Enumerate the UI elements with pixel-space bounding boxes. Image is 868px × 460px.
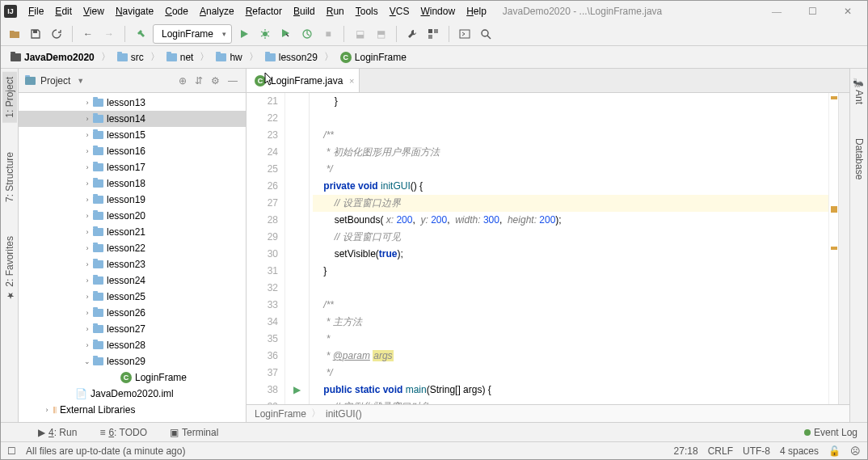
breadcrumb: JavaDemo2020〉src〉net〉hw〉lesson29〉CLoginF… [1, 46, 867, 69]
crumb-method[interactable]: initGUI() [326, 408, 362, 420]
menu-file[interactable]: File [23, 3, 48, 19]
tree-item[interactable]: ›lesson18 [19, 175, 246, 192]
breadcrumb-item[interactable]: JavaDemo2020 [7, 50, 98, 65]
back-icon[interactable]: ← [79, 25, 97, 43]
indent-info[interactable]: 4 spaces [780, 445, 819, 457]
hide-icon[interactable]: — [226, 74, 239, 88]
tree-item[interactable]: ›lesson26 [19, 305, 246, 321]
breadcrumb-item[interactable]: lesson29 [262, 50, 321, 65]
editor-tab[interactable]: C LoginFrame.java × [246, 69, 360, 92]
tree-item[interactable]: ›lesson28 [19, 337, 246, 353]
line-number-gutter: 21222324252627282930313233343536373839 [246, 93, 285, 404]
line-separator[interactable]: CRLF [708, 445, 733, 457]
caret-position[interactable]: 27:18 [674, 445, 698, 457]
tree-item[interactable]: ›lesson17 [19, 159, 246, 175]
menu-edit[interactable]: Edit [50, 3, 77, 19]
coverage-icon[interactable] [277, 25, 295, 43]
save-icon[interactable] [27, 25, 44, 43]
tree-item[interactable]: ›lesson27 [19, 321, 246, 337]
menu-window[interactable]: Window [415, 3, 460, 19]
run-icon[interactable] [235, 25, 253, 43]
tool-terminal-tab[interactable]: ▣ Terminal [166, 425, 221, 440]
tree-item[interactable]: ›⫴External Libraries [19, 402, 246, 418]
event-log-tab[interactable]: Event Log [801, 425, 861, 440]
tool-database-tab[interactable]: Database [852, 133, 866, 184]
breadcrumb-item[interactable]: src [114, 50, 147, 65]
git-commit-icon[interactable]: ⬒ [372, 25, 390, 43]
readonly-icon[interactable]: 🔓 [828, 445, 841, 457]
window-title: JavaDemo2020 - ...\LoginFrame.java [503, 6, 662, 17]
minimize-button[interactable]: — [761, 2, 793, 20]
search-icon[interactable] [477, 25, 495, 43]
open-icon[interactable] [6, 25, 23, 43]
tree-item[interactable]: ›lesson21 [19, 224, 246, 240]
menu-run[interactable]: Run [322, 3, 349, 19]
tool-project-tab[interactable]: 1: Project [2, 72, 17, 123]
marker-strip[interactable] [828, 93, 838, 404]
status-icon[interactable]: ☐ [7, 445, 16, 457]
menu-vcs[interactable]: VCS [385, 3, 415, 19]
menu-code[interactable]: Code [160, 3, 193, 19]
tree-item[interactable]: ›lesson23 [19, 256, 246, 272]
breadcrumb-item[interactable]: net [163, 50, 197, 65]
tree-item[interactable]: ›lesson14 [19, 111, 246, 127]
tree-item[interactable]: ›lesson24 [19, 272, 246, 289]
locate-icon[interactable]: ⊕ [177, 74, 188, 88]
tool-favorites-tab[interactable]: ★ 2: Favorites [2, 231, 17, 306]
stop-icon[interactable]: ■ [319, 25, 337, 43]
build-icon[interactable] [132, 25, 150, 43]
project-tree[interactable]: ›lesson13›lesson14›lesson15›lesson16›les… [19, 93, 246, 422]
tree-item[interactable]: ›lesson16 [19, 143, 246, 159]
code-lines[interactable]: } /** * 初始化图形用户界面方法 */ private void init… [310, 93, 828, 404]
tree-item[interactable]: ›lesson20 [19, 208, 246, 224]
breadcrumb-item[interactable]: hw [213, 50, 245, 65]
wrench-icon[interactable] [403, 25, 421, 43]
menu-build[interactable]: Build [289, 3, 320, 19]
menu-navigate[interactable]: Navigate [111, 3, 158, 19]
crumb-class[interactable]: LoginFrame [255, 408, 306, 420]
tool-structure-tab[interactable]: 7: Structure [2, 147, 17, 207]
tree-item[interactable]: 📄JavaDemo2020.iml [19, 386, 246, 402]
tool-run-tab[interactable]: ▶ 4: Run [35, 425, 80, 440]
menu-view[interactable]: View [78, 3, 109, 19]
structure-icon[interactable] [424, 25, 442, 43]
right-tool-stripe: 🐜 Ant Database [849, 69, 867, 422]
project-panel-header: Project ▼ ⊕ ⇵ ⚙ — [19, 69, 246, 93]
window-controls: — ☐ ✕ [761, 2, 864, 20]
debug-icon[interactable] [256, 25, 274, 43]
close-button[interactable]: ✕ [832, 2, 864, 20]
menu-analyze[interactable]: Analyze [195, 3, 239, 19]
code-area[interactable]: 21222324252627282930313233343536373839 ▶… [246, 93, 849, 404]
tree-item[interactable]: ›lesson22 [19, 240, 246, 256]
gear-icon[interactable]: ⚙ [209, 74, 221, 88]
menu-tools[interactable]: Tools [351, 3, 383, 19]
title-bar: IJ FileEditViewNavigateCodeAnalyzeRefact… [1, 1, 867, 22]
tree-item[interactable]: ›lesson15 [19, 127, 246, 143]
close-tab-icon[interactable]: × [349, 76, 354, 86]
menu-refactor[interactable]: Refactor [241, 3, 287, 19]
editor: C LoginFrame.java × 21222324252627282930… [246, 69, 849, 422]
tree-item[interactable]: ›lesson19 [19, 192, 246, 208]
chevron-down-icon[interactable]: ▼ [77, 77, 84, 85]
tree-item[interactable]: ✎Scratches and Consoles [19, 418, 246, 422]
maximize-button[interactable]: ☐ [796, 2, 828, 20]
inspection-icon[interactable]: ☹ [850, 445, 861, 457]
breadcrumb-item[interactable]: CLoginFrame [337, 50, 410, 65]
sync-icon[interactable] [48, 25, 65, 43]
tree-item[interactable]: ›lesson25 [19, 289, 246, 305]
expand-icon[interactable]: ⇵ [193, 74, 204, 88]
tree-item[interactable]: ›lesson13 [19, 95, 246, 111]
tree-item[interactable]: ⌄lesson29 [19, 353, 246, 369]
forward-icon[interactable]: → [100, 25, 118, 43]
run-config-selector[interactable]: LoginFrame [153, 24, 232, 44]
menu-help[interactable]: Help [461, 3, 491, 19]
run-anything-icon[interactable] [456, 25, 474, 43]
project-panel-title[interactable]: Project [40, 75, 70, 87]
git-update-icon[interactable]: ⬓ [351, 25, 369, 43]
tool-todo-tab[interactable]: ≡ 6: TODO [96, 425, 150, 440]
vertical-scrollbar[interactable] [838, 93, 849, 404]
tool-ant-tab[interactable]: 🐜 Ant [852, 72, 866, 109]
profile-icon[interactable] [298, 25, 316, 43]
file-encoding[interactable]: UTF-8 [743, 445, 770, 457]
tree-item[interactable]: CLoginFrame [19, 369, 246, 386]
